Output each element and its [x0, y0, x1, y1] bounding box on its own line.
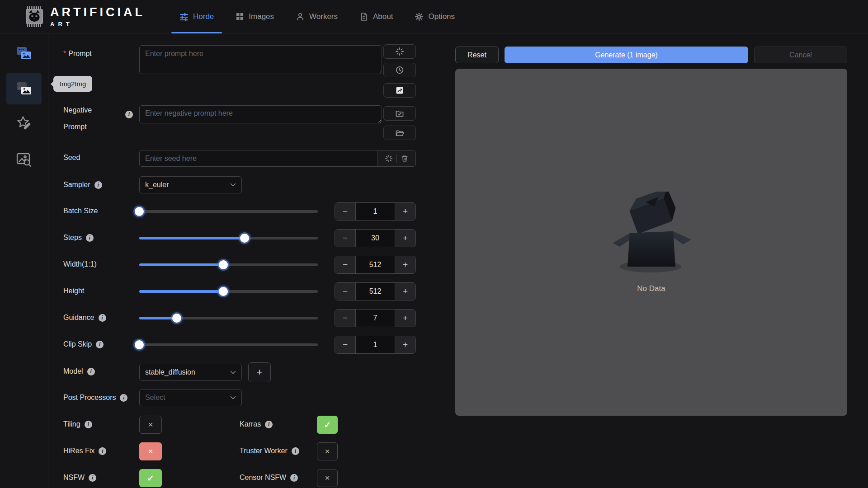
negative-prompt-info-icon[interactable]: i — [125, 111, 133, 118]
increment-button[interactable]: + — [395, 256, 415, 273]
censor-nsfw-info-icon[interactable]: i — [290, 474, 298, 482]
decrement-button[interactable]: − — [335, 283, 356, 300]
width-slider[interactable] — [139, 263, 318, 266]
nav-tabs: Horde Images Workers — [169, 0, 466, 33]
post-processors-select[interactable]: Select — [139, 389, 242, 406]
width-value[interactable]: 512 — [356, 256, 395, 273]
tab-label: About — [373, 12, 393, 21]
batch-size-row: Batch Size − 1 + — [48, 202, 455, 221]
tab-workers[interactable]: Workers — [285, 0, 349, 33]
height-row: Height − 512 + — [48, 282, 455, 300]
batch-size-slider[interactable] — [139, 210, 318, 213]
sidebar-item-img2img[interactable] — [6, 73, 42, 104]
nsfw-censor-row: NSFW i ✓ Censor NSFW i × — [48, 469, 455, 487]
txt2img-icon — [14, 43, 34, 63]
slider-handle[interactable] — [219, 287, 228, 296]
hires-fix-info-icon[interactable]: i — [99, 447, 106, 455]
sidebar-item-rate[interactable] — [6, 108, 42, 140]
increment-button[interactable]: + — [395, 203, 415, 220]
tiling-info-icon[interactable]: i — [85, 421, 92, 428]
tiling-karras-row: Tiling i × Karras i ✓ — [48, 416, 455, 434]
guidance-info-icon[interactable]: i — [99, 314, 106, 322]
sampler-info-icon[interactable]: i — [94, 181, 102, 189]
karras-toggle[interactable]: ✓ — [317, 416, 338, 434]
width-row: Width(1:1) − 512 + — [48, 256, 455, 274]
truster-worker-toggle[interactable]: × — [317, 442, 338, 460]
slider-handle[interactable] — [135, 207, 144, 216]
decrement-button[interactable]: − — [335, 256, 356, 273]
sidebar-item-interrogate[interactable] — [6, 143, 42, 175]
slider-handle[interactable] — [240, 234, 249, 243]
reset-button[interactable]: Reset — [455, 47, 499, 63]
sidebar-item-txt2img[interactable] — [6, 38, 42, 69]
clip-skip-value[interactable]: 1 — [356, 336, 395, 353]
steps-stepper: − 30 + — [335, 229, 416, 247]
cancel-button[interactable]: Cancel — [754, 47, 847, 63]
add-model-button[interactable]: + — [248, 362, 271, 382]
clip-skip-stepper: − 1 + — [335, 336, 416, 354]
prompt-input[interactable] — [139, 45, 382, 74]
post-processors-label: Post Processors i — [63, 394, 127, 402]
karras-info-icon[interactable]: i — [265, 421, 273, 428]
batch-size-value[interactable]: 1 — [356, 203, 395, 220]
decrement-button[interactable]: − — [335, 230, 356, 247]
post-processors-info-icon[interactable]: i — [120, 394, 127, 402]
tiling-toggle[interactable]: × — [139, 416, 162, 434]
steps-row: Steps i − 30 + — [48, 229, 455, 247]
trending-prompts-button[interactable] — [383, 83, 416, 98]
guidance-slider[interactable] — [139, 317, 318, 319]
clip-skip-label: Clip Skip i — [63, 340, 104, 348]
decrement-button[interactable]: − — [335, 336, 356, 353]
steps-slider[interactable] — [139, 237, 318, 239]
model-info-icon[interactable]: i — [87, 368, 95, 375]
model-select[interactable]: stable_diffusion — [139, 364, 242, 381]
nsfw-toggle[interactable]: ✓ — [139, 469, 162, 487]
tab-label: Workers — [309, 12, 338, 21]
slider-handle[interactable] — [172, 314, 181, 323]
sampler-label: Sampler i — [63, 181, 102, 189]
tiling-label: Tiling i — [63, 420, 92, 428]
sampler-select[interactable]: k_euler — [139, 176, 242, 193]
clip-skip-info-icon[interactable]: i — [96, 341, 104, 348]
gear-icon — [415, 12, 424, 21]
clip-skip-slider[interactable] — [139, 343, 318, 346]
brand-title: ARTIFICIAL — [50, 5, 145, 19]
height-value[interactable]: 512 — [356, 283, 395, 300]
prompt-label: * Prompt — [63, 50, 92, 58]
increment-button[interactable]: + — [395, 230, 415, 247]
post-processors-row: Post Processors i Select — [48, 389, 455, 407]
app-screen: ARTIFICIAL ART Horde — [0, 0, 868, 488]
clear-seed-icon[interactable] — [401, 155, 409, 163]
increment-button[interactable]: + — [395, 310, 415, 327]
tab-options[interactable]: Options — [404, 0, 466, 33]
slider-handle[interactable] — [135, 340, 144, 349]
user-icon — [296, 12, 305, 21]
clip-skip-row: Clip Skip i − 1 + — [48, 336, 455, 354]
height-slider[interactable] — [139, 290, 318, 293]
tab-images[interactable]: Images — [225, 0, 285, 33]
seed-input[interactable] — [140, 150, 377, 166]
increment-button[interactable]: + — [395, 336, 415, 353]
hires-fix-toggle[interactable]: × — [139, 442, 162, 460]
truster-worker-label: Truster Worker i — [240, 447, 299, 455]
decrement-button[interactable]: − — [335, 310, 356, 327]
tab-about[interactable]: About — [349, 0, 404, 33]
prompt-history-button[interactable] — [383, 63, 416, 77]
slider-handle[interactable] — [219, 260, 228, 269]
steps-value[interactable]: 30 — [356, 230, 395, 247]
censor-nsfw-toggle[interactable]: × — [317, 469, 338, 487]
random-prompt-button[interactable] — [383, 44, 416, 59]
load-prompt-button[interactable] — [383, 126, 416, 140]
brand-subtitle: ART — [50, 21, 145, 28]
increment-button[interactable]: + — [395, 283, 415, 300]
nsfw-info-icon[interactable]: i — [89, 474, 96, 482]
steps-info-icon[interactable]: i — [86, 234, 94, 242]
generate-button[interactable]: Generate (1 image) — [505, 47, 748, 63]
negative-prompt-input[interactable] — [139, 105, 382, 123]
guidance-value[interactable]: 7 — [356, 310, 395, 327]
random-seed-icon[interactable] — [385, 155, 393, 163]
save-prompt-button[interactable] — [383, 106, 416, 121]
truster-worker-info-icon[interactable]: i — [292, 447, 299, 455]
tab-horde[interactable]: Horde — [169, 0, 225, 33]
decrement-button[interactable]: − — [335, 203, 356, 220]
